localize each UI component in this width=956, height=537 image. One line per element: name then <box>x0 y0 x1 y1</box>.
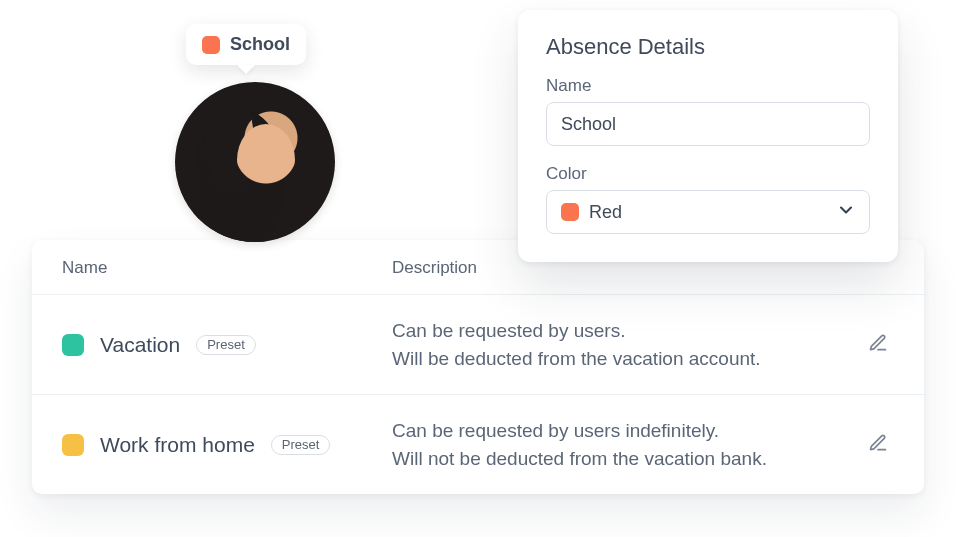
pencil-icon <box>868 433 888 456</box>
avatar-wrapper <box>175 82 335 242</box>
preset-badge: Preset <box>271 435 331 455</box>
chevron-down-icon <box>836 200 856 224</box>
absence-description-line: Will be deducted from the vacation accou… <box>392 345 844 373</box>
name-input[interactable] <box>546 102 870 146</box>
edit-button[interactable] <box>862 429 894 461</box>
edit-button[interactable] <box>862 329 894 361</box>
color-swatch <box>62 434 84 456</box>
absence-tag-tooltip: School <box>186 24 306 65</box>
absence-name: Vacation <box>100 333 180 357</box>
absence-name: Work from home <box>100 433 255 457</box>
absence-types-table: Name Description Vacation Preset Can be … <box>32 240 924 494</box>
color-swatch <box>202 36 220 54</box>
table-row: Work from home Preset Can be requested b… <box>32 395 924 494</box>
table-row: Vacation Preset Can be requested by user… <box>32 295 924 395</box>
absence-description-line: Can be requested by users indefinitely. <box>392 417 844 445</box>
absence-description-line: Will not be deducted from the vacation b… <box>392 445 844 473</box>
color-swatch <box>561 203 579 221</box>
avatar <box>175 82 335 242</box>
color-swatch <box>62 334 84 356</box>
color-select-value: Red <box>589 202 622 223</box>
color-select[interactable]: Red <box>546 190 870 234</box>
absence-details-panel: Absence Details Name Color Red <box>518 10 898 262</box>
absence-tag-label: School <box>230 34 290 55</box>
preset-badge: Preset <box>196 335 256 355</box>
name-label: Name <box>546 76 870 96</box>
panel-title: Absence Details <box>546 34 870 60</box>
absence-description-line: Can be requested by users. <box>392 317 844 345</box>
color-label: Color <box>546 164 870 184</box>
pencil-icon <box>868 333 888 356</box>
column-header-name: Name <box>62 258 392 278</box>
